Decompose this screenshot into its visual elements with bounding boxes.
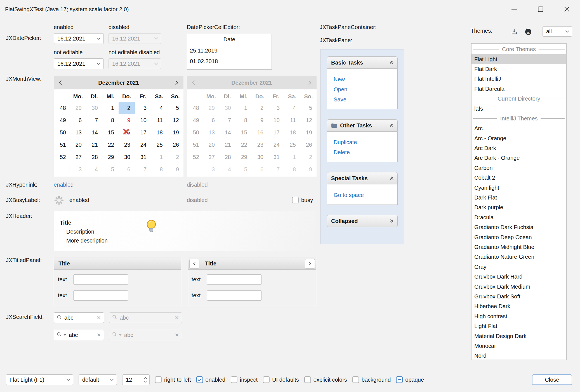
calendar-day[interactable]: 1 xyxy=(102,102,119,114)
theme-list-item[interactable]: Cobalt 2 xyxy=(471,173,566,183)
theme-list-item[interactable]: Gradianto Dark Fuchsia xyxy=(471,222,566,232)
theme-list-item[interactable]: Carbon xyxy=(471,163,566,173)
calendar-day[interactable]: 24 xyxy=(135,139,151,151)
taskpane-header[interactable]: Collapsed xyxy=(327,215,398,227)
calendar-day[interactable]: 23 xyxy=(119,139,135,151)
font-size-spinner[interactable]: 12 xyxy=(122,374,150,385)
calendar-day[interactable]: 5 xyxy=(167,102,183,114)
calendar-day[interactable]: 18 xyxy=(284,126,300,139)
calendar-day[interactable]: 10 xyxy=(135,114,151,126)
calendar-day[interactable]: 29 xyxy=(235,151,252,163)
taskpane-action-link[interactable]: Save xyxy=(334,94,397,104)
titledpanel-text-input[interactable] xyxy=(73,290,128,301)
calendar-day[interactable]: 30 xyxy=(86,102,102,114)
calendar-day[interactable]: 6 xyxy=(252,163,268,175)
theme-list-item[interactable]: Flat Dark xyxy=(471,64,566,74)
theme-list-item[interactable]: Gruvbox Dark Hard xyxy=(471,272,566,282)
checkbox-inspect[interactable]: inspect xyxy=(231,376,258,383)
theme-list-item[interactable]: Arc Dark xyxy=(471,143,566,153)
theme-list-item[interactable]: Material Design Dark xyxy=(471,331,566,341)
calendar-day[interactable]: 21 xyxy=(219,139,235,151)
calendar-day[interactable]: 14 xyxy=(86,126,102,139)
github-icon[interactable] xyxy=(524,27,533,36)
calendar-day[interactable]: 26 xyxy=(167,139,183,151)
calendar-day[interactable]: 27 xyxy=(70,151,86,163)
theme-list-item[interactable]: Flat Light xyxy=(471,54,566,64)
calendar-day[interactable]: 4 xyxy=(284,102,300,114)
calendar-day[interactable]: 9 xyxy=(252,114,268,126)
calendar-day[interactable]: 6 xyxy=(70,114,86,126)
minimize-button[interactable] xyxy=(501,0,527,18)
chevron-down-icon[interactable] xyxy=(94,63,103,65)
taskpane-header[interactable]: Basic Tasks xyxy=(327,56,398,69)
calendar-day[interactable]: 25 xyxy=(284,139,300,151)
titledpanel-text-input[interactable] xyxy=(207,274,262,285)
calendar-day[interactable]: 24 xyxy=(268,139,284,151)
search-value[interactable]: abc xyxy=(69,332,94,338)
calendar-day[interactable]: 31 xyxy=(135,151,151,163)
calendar-day[interactable]: 2 xyxy=(300,151,317,163)
calendar-day[interactable]: 2 xyxy=(119,102,135,114)
left-chevron-button[interactable] xyxy=(189,259,199,269)
calendar-day[interactable]: 12 xyxy=(300,114,317,126)
search-value[interactable]: abc xyxy=(64,315,94,321)
calendar-day[interactable]: 17 xyxy=(135,126,151,139)
theme-list-item[interactable]: Gradianto Deep Ocean xyxy=(471,232,566,242)
theme-list-item[interactable]: Flat Darcula xyxy=(471,84,566,94)
calendar-day[interactable]: 30 xyxy=(219,102,235,114)
calendar-day[interactable]: 20 xyxy=(70,139,86,151)
calendar-day[interactable]: 7 xyxy=(86,114,102,126)
calendar-day[interactable]: 21 xyxy=(86,139,102,151)
theme-list-item[interactable]: Cyan light xyxy=(471,183,566,193)
datepicker-not-editable[interactable]: 16.12.2021 xyxy=(54,58,104,69)
theme-list-item[interactable]: Gradianto Nature Green xyxy=(471,252,566,262)
calendar-day[interactable]: 9 xyxy=(119,114,135,126)
taskpane-action-link[interactable]: Duplicate xyxy=(334,137,397,147)
theme-list-item[interactable]: Dark purple xyxy=(471,203,566,212)
chevron-double-up-icon[interactable] xyxy=(390,176,394,180)
taskpane-action-link[interactable]: Delete xyxy=(334,147,397,157)
maximize-button[interactable] xyxy=(527,0,554,18)
chevron-double-up-icon[interactable] xyxy=(390,123,394,128)
chevron-down-icon[interactable] xyxy=(94,37,103,40)
checkbox-opaque[interactable]: opaque xyxy=(396,376,424,383)
calendar-day[interactable]: 5 xyxy=(102,163,119,175)
calendar-day[interactable]: 7 xyxy=(219,114,235,126)
theme-list-item[interactable]: lafs xyxy=(471,104,566,113)
titledpanel-text-input[interactable] xyxy=(207,290,262,301)
calendar-day[interactable]: 10 xyxy=(268,114,284,126)
calendar-day[interactable]: 14 xyxy=(219,126,235,139)
calendar-day[interactable]: 19 xyxy=(300,126,317,139)
theme-list-item[interactable]: Gray xyxy=(471,262,566,272)
calendar-day[interactable]: 29 xyxy=(70,102,86,114)
taskpane-header[interactable]: Special Tasks xyxy=(327,172,398,184)
font-combo[interactable]: default xyxy=(79,374,117,385)
calendar-day[interactable]: 30 xyxy=(119,151,135,163)
calendar-day[interactable]: 5 xyxy=(235,163,252,175)
theme-list-item[interactable]: Arc - Orange xyxy=(471,134,566,143)
right-chevron-button[interactable] xyxy=(305,259,315,269)
search-field-with-menu[interactable]: abc ✕ xyxy=(54,330,104,340)
taskpane-header[interactable]: Other Tasks xyxy=(327,119,398,132)
clear-icon[interactable]: ✕ xyxy=(97,332,101,338)
download-icon[interactable] xyxy=(510,27,518,36)
taskpane-action-link[interactable]: Open xyxy=(334,84,397,94)
calendar-day[interactable]: 15 xyxy=(102,126,119,139)
calendar-day[interactable]: 29 xyxy=(203,102,219,114)
search-field-enabled[interactable]: abc ✕ xyxy=(54,312,104,323)
calendar-day[interactable]: 28 xyxy=(219,151,235,163)
calendar-day[interactable]: 22 xyxy=(102,139,119,151)
calendar-day[interactable]: 11 xyxy=(284,114,300,126)
calendar-day[interactable]: 30 xyxy=(252,151,268,163)
calendar-day[interactable]: 29 xyxy=(102,151,119,163)
calendar-day[interactable]: 13 xyxy=(70,126,86,139)
calendar-day[interactable]: 1 xyxy=(235,102,252,114)
calendar-day[interactable]: 8 xyxy=(235,114,252,126)
calendar-day[interactable]: 6 xyxy=(203,114,219,126)
themes-list[interactable]: Core ThemesFlat LightFlat DarkFlat Intel… xyxy=(471,43,567,360)
calendar-day[interactable]: 1 xyxy=(151,151,167,163)
theme-list-item[interactable]: Gruvbox Dark Medium xyxy=(471,282,566,291)
calendar-day[interactable]: 1 xyxy=(284,151,300,163)
calendar-day[interactable]: 20 xyxy=(203,139,219,151)
table-row[interactable]: 25.11.2019 xyxy=(187,45,272,56)
